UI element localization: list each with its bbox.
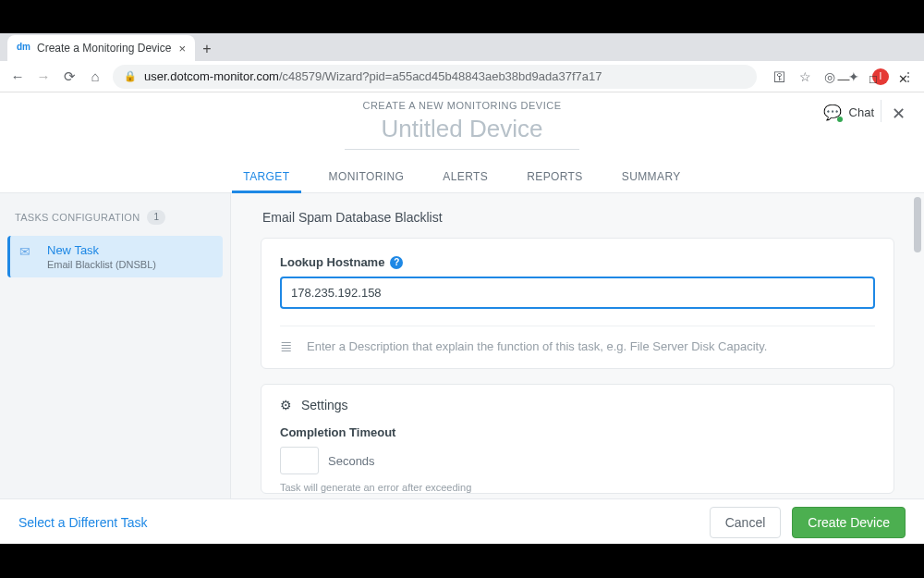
browser-toolbar: ← → ⟳ ⌂ 🔒 user.dotcom-monitor.com/c48579… (0, 61, 924, 92)
page-eyebrow: CREATE A NEW MONITORING DEVICE (0, 100, 924, 111)
sidebar-heading: TASKS CONFIGURATION 1 (0, 203, 230, 232)
wizard-tabs: TARGET MONITORING ALERTS REPORTS SUMMARY (0, 161, 924, 193)
app-header: CREATE A NEW MONITORING DEVICE Untitled … (0, 92, 924, 193)
description-placeholder: Enter a Description that explain the fun… (307, 339, 767, 353)
tab-close-icon[interactable]: × (178, 42, 186, 55)
completion-timeout-label: Completion Timeout (280, 425, 875, 439)
key-icon[interactable]: ⚿ (773, 69, 786, 84)
browser-tab-strip: dm Create a Monitoring Device × + (0, 33, 924, 61)
seconds-label: Seconds (328, 454, 375, 468)
notes-icon: ≣ (280, 338, 292, 355)
settings-heading: ⚙ Settings (280, 398, 875, 412)
tab-alerts[interactable]: ALERTS (441, 161, 490, 192)
lookup-hostname-input[interactable] (280, 277, 875, 309)
star-icon[interactable]: ☆ (799, 69, 811, 84)
timeout-seconds-input[interactable] (280, 447, 319, 474)
chat-icon: 💬 (823, 104, 842, 121)
tab-reports[interactable]: REPORTS (525, 161, 585, 192)
url-host: user.dotcom-monitor.com/c48579/Wizard?pi… (144, 69, 602, 83)
footer-bar: Select a Different Task Cancel Create De… (0, 498, 924, 545)
lookup-card: Lookup Hostname ? ≣ Enter a Description … (261, 238, 894, 369)
new-tab-button[interactable]: + (195, 37, 219, 61)
browser-tab[interactable]: dm Create a Monitoring Device × (7, 35, 195, 61)
favicon-icon: dm (17, 42, 30, 55)
forward-icon[interactable]: → (35, 68, 52, 84)
scrollbar-thumb[interactable] (914, 197, 921, 252)
close-panel-icon[interactable]: ✕ (892, 104, 906, 124)
task-subtitle: Email Blacklist (DNSBL) (47, 259, 156, 270)
chat-label: Chat (849, 105, 874, 119)
address-bar[interactable]: 🔒 user.dotcom-monitor.com/c48579/Wizard?… (113, 65, 757, 89)
tab-title: Create a Monitoring Device (37, 42, 171, 55)
lock-icon: 🔒 (124, 70, 137, 82)
home-icon[interactable]: ⌂ (87, 68, 103, 84)
timeout-hint: Task will generate an error after exceed… (280, 482, 875, 493)
main-panel: Email Spam Database Blacklist Lookup Hos… (231, 193, 924, 545)
window-close-icon[interactable]: ✕ (896, 72, 909, 85)
select-different-task-link[interactable]: Select a Different Task (18, 515, 148, 530)
settings-card: ⚙ Settings Completion Timeout Seconds Ta… (261, 384, 894, 494)
device-name-input[interactable]: Untitled Device (345, 115, 580, 150)
back-icon[interactable]: ← (9, 68, 26, 84)
tab-summary[interactable]: SUMMARY (620, 161, 683, 192)
sidebar: TASKS CONFIGURATION 1 ✉ New Task Email B… (0, 193, 231, 545)
window-maximize-icon[interactable]: □ (867, 72, 880, 85)
sliders-icon: ⚙ (280, 398, 292, 412)
lookup-hostname-label: Lookup Hostname ? (280, 255, 875, 269)
description-row[interactable]: ≣ Enter a Description that explain the f… (280, 338, 875, 355)
create-device-button[interactable]: Create Device (792, 507, 906, 538)
help-icon[interactable]: ? (390, 256, 403, 269)
tab-monitoring[interactable]: MONITORING (327, 161, 407, 192)
sidebar-task-item[interactable]: ✉ New Task Email Blacklist (DNSBL) (7, 236, 223, 277)
panel-title: Email Spam Database Blacklist (262, 210, 894, 225)
reload-icon[interactable]: ⟳ (61, 68, 78, 85)
cancel-button[interactable]: Cancel (710, 507, 782, 538)
window-minimize-icon[interactable]: — (837, 72, 850, 85)
window-controls: — □ ✕ (837, 67, 924, 92)
task-count-badge: 1 (147, 210, 165, 225)
tab-target[interactable]: TARGET (241, 161, 291, 192)
envelope-icon: ✉ (19, 243, 38, 259)
apps-icon[interactable]: ◎ (824, 69, 835, 84)
chat-button[interactable]: 💬 Chat (823, 104, 874, 121)
task-name: New Task (47, 243, 156, 257)
